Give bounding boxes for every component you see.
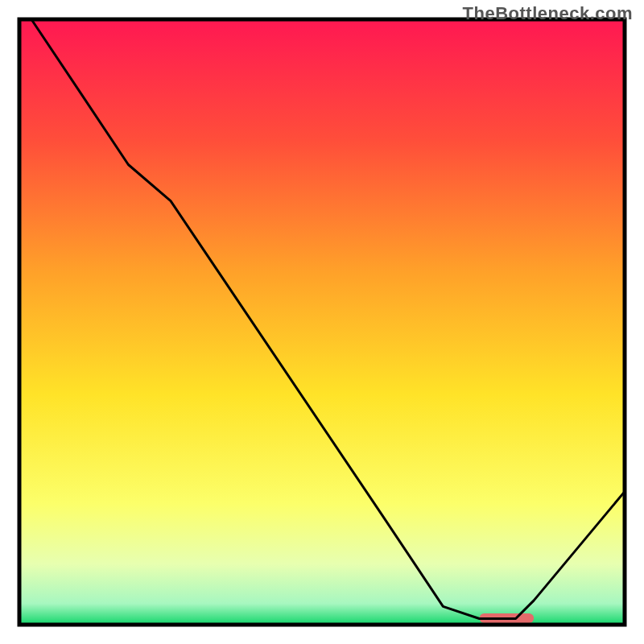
watermark-label: TheBottleneck.com xyxy=(463,3,633,24)
chart-container: TheBottleneck.com xyxy=(0,0,644,644)
bottleneck-chart xyxy=(0,0,644,644)
chart-background xyxy=(19,19,625,625)
